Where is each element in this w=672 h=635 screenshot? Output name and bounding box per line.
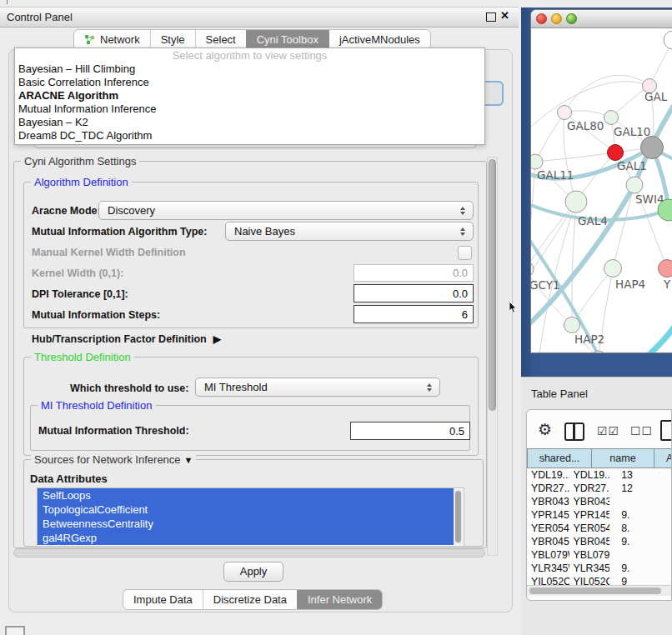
table-hscroll-thumb[interactable] <box>529 588 661 594</box>
table-row[interactable]: YBL079WYBL079W <box>527 548 671 562</box>
algorithm-dropdown-hint: Select algorithm to view settings <box>15 48 484 62</box>
table-cell <box>609 548 671 562</box>
data-attributes-list[interactable]: SelfLoopsTopologicalCoefficientBetweenne… <box>37 488 464 547</box>
table-cell: YDR27... <box>569 482 610 495</box>
table-row[interactable]: YBR045CYBR045C9. <box>527 535 671 548</box>
network-edge[interactable] <box>613 185 634 268</box>
table-row[interactable]: YPR145WYPR145W9. <box>527 508 671 522</box>
attributes-scrollbar-thumb[interactable] <box>455 491 461 542</box>
which-threshold-combo[interactable]: MI Threshold <box>195 378 440 397</box>
tab-cyni-toolbox[interactable]: Cyni Toolbox <box>246 30 328 49</box>
tab-label: Cyni Toolbox <box>257 33 318 46</box>
node-hap4-label: HAP4 <box>615 278 645 291</box>
node-gcy1[interactable] <box>531 261 534 278</box>
algorithm-item-aracne-algorithm[interactable]: ARACNE Algorithm <box>15 89 484 102</box>
tab-select[interactable]: Select <box>195 30 246 49</box>
node-gal4[interactable] <box>565 191 587 212</box>
table-cell: YPR145W <box>569 508 610 522</box>
collapsed-panel-icon[interactable] <box>5 626 25 635</box>
attribute-item-topologicalcoefficient[interactable]: TopologicalCoefficient <box>38 502 454 517</box>
settings-horizontal-scrollbar[interactable] <box>13 548 485 558</box>
attribute-item-betweennesscentrality[interactable]: BetweennessCentrality <box>38 517 454 531</box>
algorithm-item-mutual-information-inference[interactable]: Mutual Information Inference <box>15 102 484 116</box>
tab-jactivemnodules[interactable]: jActiveMNodules <box>328 30 430 49</box>
manual-kernel-checkbox[interactable] <box>458 246 472 260</box>
mouse-cursor <box>509 302 518 314</box>
tab-style[interactable]: Style <box>150 30 195 49</box>
mi-steps-field[interactable]: 6 <box>354 305 474 323</box>
column-header-shared[interactable]: shared... <box>527 448 592 468</box>
close-icon[interactable]: ✕ <box>500 9 509 22</box>
node-swi4[interactable] <box>626 177 643 193</box>
node-gal1[interactable] <box>608 145 624 161</box>
network-edge[interactable] <box>535 152 615 162</box>
network-edge[interactable] <box>644 328 672 353</box>
network-canvas[interactable]: GALGAL80GAL10GAL1GAL11SWI4GAL4GCY1HAP4YH… <box>531 28 672 353</box>
column-header-a[interactable]: A <box>654 448 672 468</box>
document-icon[interactable] <box>660 420 672 441</box>
node-hap2[interactable] <box>564 318 580 333</box>
node-hap4[interactable] <box>604 260 622 278</box>
settings-vertical-scrollbar[interactable] <box>487 157 498 556</box>
dpi-tolerance-label: DPI Tolerance [0,1]: <box>32 288 128 300</box>
tab-discretize-data[interactable]: Discretize Data <box>203 590 297 609</box>
close-traffic-light[interactable] <box>536 13 547 24</box>
attribute-item-selfloops[interactable]: SelfLoops <box>38 488 454 502</box>
table-row[interactable]: YBR043CYBR043C <box>527 495 671 508</box>
float-window-icon[interactable] <box>486 12 496 22</box>
node-hap2-label: HAP2 <box>574 332 604 346</box>
mi-type-combo[interactable]: Naive Bayes <box>225 222 474 241</box>
attributes-scrollbar[interactable] <box>454 489 463 545</box>
algorithm-dropdown-items: Bayesian – Hill ClimbingBasic Correlatio… <box>15 62 484 142</box>
tab-impute-data[interactable]: Impute Data <box>123 590 203 609</box>
table-horizontal-scrollbar[interactable] <box>527 585 671 596</box>
algorithm-item-dream8-dc-tdc-algorithm[interactable]: Dream8 DC_TDC Algorithm <box>15 129 484 142</box>
node-gal11[interactable] <box>531 154 543 169</box>
node-gal80[interactable] <box>558 106 572 120</box>
minimize-traffic-light[interactable] <box>551 13 562 24</box>
table-row[interactable]: YDR27...YDR27...12 <box>527 482 671 495</box>
node-salmon[interactable] <box>659 260 672 278</box>
table-panel-box: ⚙ ☑☑ ☐☐ shared...nameA YDL19...YDL19...1… <box>526 409 672 601</box>
threshold-definition-title: Threshold Definition <box>31 351 134 363</box>
columns-icon[interactable] <box>564 422 584 441</box>
apply-button[interactable]: Apply <box>223 562 283 582</box>
node-gal10[interactable] <box>604 111 619 125</box>
table-row[interactable]: YLR345WYLR345W9. <box>527 562 671 575</box>
algorithm-item-basic-correlation-inference[interactable]: Basic Correlation Inference <box>15 76 484 89</box>
network-window-titlebar[interactable] <box>531 10 672 28</box>
tab-network[interactable]: Network <box>74 30 150 49</box>
settings-vscroll-thumb[interactable] <box>489 159 496 411</box>
column-header-name[interactable]: name <box>592 448 654 468</box>
tab-infer-network[interactable]: Infer Network <box>297 590 382 609</box>
aracne-mode-label: Aracne Mode: <box>32 205 101 217</box>
algorithm-item-bayesian-k2[interactable]: Bayesian – K2 <box>15 116 484 129</box>
kernel-width-label: Kernel Width (0,1): <box>32 268 123 279</box>
settings-hscroll-thumb[interactable] <box>13 548 485 558</box>
dpi-tolerance-field[interactable]: 0.0 <box>354 284 474 302</box>
combo-updown-icon <box>456 228 469 236</box>
attribute-item-gal4rgexp[interactable]: gal4RGexp <box>38 531 454 545</box>
kernel-width-field[interactable]: 0.0 <box>354 264 474 282</box>
node-top-partial[interactable] <box>664 31 672 49</box>
node-bottom-partial[interactable] <box>591 351 606 353</box>
table-cell: 12 <box>609 482 671 495</box>
expand-right-icon: ▶ <box>213 333 221 345</box>
network-edge[interactable] <box>564 75 649 112</box>
algorithm-definition-title: Algorithm Definition <box>31 176 132 188</box>
zoom-traffic-light[interactable] <box>566 13 577 24</box>
select-all-checks-icon[interactable]: ☑☑ <box>597 424 619 438</box>
hub-definition-toggle[interactable]: Hub/Transcription Factor Definition▶ <box>32 333 221 345</box>
gear-icon[interactable]: ⚙ <box>538 422 552 438</box>
node-gray[interactable] <box>641 137 664 159</box>
mi-threshold-field[interactable]: 0.5 <box>350 422 470 440</box>
sources-title[interactable]: Sources for Network Inference▼ <box>31 453 196 467</box>
deselect-all-checks-icon[interactable]: ☐☐ <box>630 424 653 438</box>
table-row[interactable]: YDL19...YDL19...13 <box>527 468 671 482</box>
algorithm-item-bayesian-hill-climbing[interactable]: Bayesian – Hill Climbing <box>15 62 484 76</box>
table-row[interactable]: YER054CYER054C8. <box>527 522 671 535</box>
table-cell: YDL19... <box>527 468 569 482</box>
aracne-mode-combo[interactable]: Discovery <box>98 201 474 220</box>
table-cell: 9. <box>609 535 671 548</box>
table-cell: YBR043C <box>527 495 569 508</box>
